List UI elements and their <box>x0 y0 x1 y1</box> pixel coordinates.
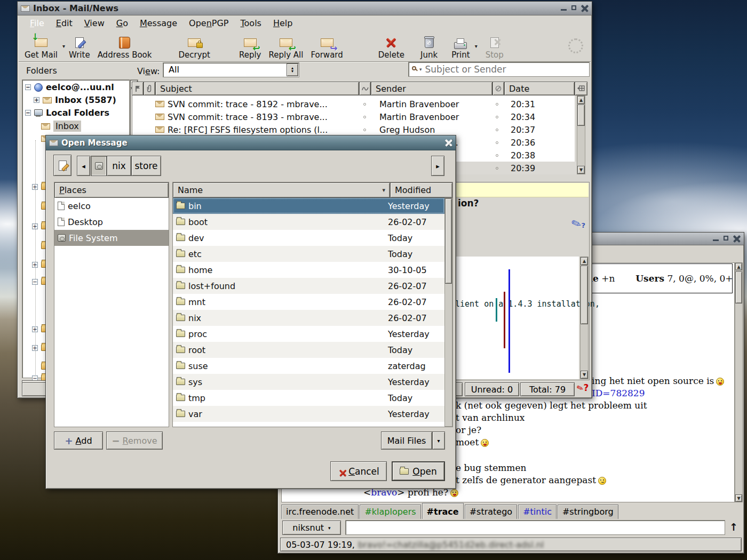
file-row[interactable]: procYesterday <box>173 326 444 342</box>
file-row[interactable]: etcToday <box>173 246 444 262</box>
attachment-column-header[interactable] <box>144 82 155 95</box>
messages-scroll-up-button[interactable]: ▲ <box>577 96 585 104</box>
mail-minimize-button[interactable] <box>560 5 568 12</box>
folder-account-row[interactable]: − eelco@...uu.nl <box>25 82 114 92</box>
junk-indicator-icon[interactable] <box>496 167 498 170</box>
open-button[interactable]: Open <box>392 461 445 481</box>
date-column-header[interactable]: Date <box>504 82 575 95</box>
file-row[interactable]: nix26-02-07 <box>173 310 444 326</box>
read-indicator-icon[interactable] <box>363 116 366 118</box>
modified-column-header[interactable]: Modified <box>390 182 452 198</box>
file-row[interactable]: rootToday <box>173 342 444 358</box>
menu-edit[interactable]: Edit <box>50 17 78 29</box>
search-input[interactable] <box>424 63 586 75</box>
cancel-button[interactable]: Cancel <box>330 461 387 481</box>
read-indicator-icon[interactable] <box>363 129 366 131</box>
collapse-expander-icon[interactable]: − <box>25 84 31 90</box>
tab-klaplopers[interactable]: #klaplopers <box>360 505 420 519</box>
mail-maximize-button[interactable] <box>570 5 578 12</box>
search-box[interactable]: ▾ <box>408 62 590 77</box>
thread-column-header[interactable] <box>359 82 371 95</box>
subject-column-header[interactable]: Subject <box>155 82 359 95</box>
collapse-expander-icon[interactable]: − <box>25 110 31 116</box>
mail-close-button[interactable] <box>581 5 589 12</box>
junk-column-header[interactable] <box>492 82 504 95</box>
body-scroll-up-button[interactable]: ▲ <box>581 257 588 265</box>
column-picker-button[interactable] <box>575 82 587 95</box>
offline-indicator-icon[interactable]: ✎? <box>577 382 589 393</box>
name-column-header[interactable]: Name▾ <box>173 182 390 198</box>
address-book-button[interactable]: Address Book <box>94 31 156 61</box>
tab-trace[interactable]: #trace <box>422 503 464 519</box>
nick-button[interactable]: niksnut▾ <box>282 521 341 535</box>
menu-tools[interactable]: Tools <box>235 17 267 29</box>
chat-message-link[interactable]: ID=782829 <box>592 388 645 398</box>
places-header[interactable]: Places <box>54 182 169 198</box>
tab-tintic[interactable]: #tintic <box>518 505 557 519</box>
junk-indicator-icon[interactable] <box>496 129 498 131</box>
decrypt-button[interactable]: Decrypt <box>174 31 213 61</box>
flag-column-header[interactable] <box>132 82 144 95</box>
file-row[interactable]: varYesterday <box>173 406 444 422</box>
print-dropdown-icon[interactable]: ▾ <box>475 43 478 49</box>
path-back-button[interactable]: ◂ <box>77 156 90 176</box>
junk-indicator-icon[interactable] <box>496 141 498 144</box>
get-mail-button[interactable]: ↓ Get Mail <box>21 31 61 61</box>
file-row[interactable]: sysYesterday <box>173 374 444 390</box>
folder-inbox-account-row[interactable]: + Inbox (5587) <box>34 95 116 105</box>
body-scroll-thumb[interactable] <box>581 266 588 324</box>
place-desktop[interactable]: Desktop <box>54 214 169 230</box>
irc-maximize-button[interactable] <box>722 235 730 242</box>
path-root-button[interactable] <box>91 156 107 176</box>
path-nix-button[interactable]: nix <box>107 156 131 176</box>
tab-stratego[interactable]: #stratego <box>465 505 517 519</box>
place-file-system[interactable]: File System <box>54 230 169 246</box>
mail-titlebar[interactable]: Inbox - Mail/News <box>18 2 592 15</box>
file-row[interactable]: mnt26-02-07 <box>173 294 444 310</box>
read-indicator-icon[interactable] <box>363 103 366 106</box>
place-eelco[interactable]: eelco <box>54 198 169 214</box>
search-dropdown-icon[interactable]: ▾ <box>419 67 422 72</box>
folder-local-folders-row[interactable]: − Local Folders <box>25 108 109 118</box>
view-combo-arrows-icon[interactable]: ▴▾ <box>287 63 298 76</box>
forward-button[interactable]: ↪ Forward <box>307 31 346 61</box>
path-store-button[interactable]: store <box>131 156 161 176</box>
print-button[interactable]: Print <box>448 31 474 61</box>
add-button[interactable]: + Add <box>54 431 103 450</box>
irc-chat-scrollbar[interactable]: ▲ ▼ <box>735 262 743 502</box>
filter-combobox[interactable]: Mail Files <box>381 431 432 450</box>
menu-view[interactable]: View <box>78 17 110 29</box>
messages-scroll-thumb[interactable] <box>577 105 585 126</box>
expand-expander-icon[interactable]: + <box>34 97 39 103</box>
junk-button[interactable]: Junk <box>417 31 441 61</box>
messages-scroll-down-button[interactable]: ▼ <box>577 166 585 174</box>
reply-button[interactable]: ↩ Reply <box>235 31 265 61</box>
file-row[interactable]: boot26-02-07 <box>173 214 444 230</box>
irc-scroll-thumb[interactable] <box>735 271 742 303</box>
file-row[interactable]: susezaterdag <box>173 358 444 374</box>
menu-file[interactable]: File <box>24 17 50 29</box>
type-filename-button[interactable] <box>53 155 71 176</box>
delete-button[interactable]: Delete <box>375 31 408 61</box>
junk-indicator-icon[interactable] <box>496 154 498 157</box>
dialog-close-button[interactable] <box>445 139 452 147</box>
file-row[interactable]: tmpToday <box>173 390 444 406</box>
file-row[interactable]: home30-10-05 <box>173 262 444 278</box>
menu-go[interactable]: Go <box>110 17 134 29</box>
send-up-icon[interactable]: ↑ <box>729 521 738 533</box>
folder-inbox-row[interactable]: Inbox <box>41 121 81 132</box>
sender-column-header[interactable]: Sender <box>371 82 492 95</box>
menu-message[interactable]: Message <box>134 17 183 29</box>
path-forward-button[interactable]: ▸ <box>431 156 444 176</box>
irc-close-button[interactable] <box>733 235 741 243</box>
files-scrollbar[interactable] <box>444 198 452 427</box>
irc-scroll-down-button[interactable]: ▼ <box>735 494 742 502</box>
file-row[interactable]: binYesterday <box>173 198 444 214</box>
reply-all-button[interactable]: ↩ Reply All <box>265 31 307 61</box>
view-combobox[interactable]: All ▴▾ <box>163 62 299 77</box>
message-list-scrollbar[interactable]: ▲ ▼ <box>577 95 585 174</box>
filter-dropdown-button[interactable]: ▾ <box>432 431 445 450</box>
files-scroll-thumb[interactable] <box>445 198 452 284</box>
irc-scroll-up-button[interactable]: ▲ <box>735 263 742 270</box>
message-row[interactable]: SVN commit: trace - 8193 - mbrave... Mar… <box>155 110 577 123</box>
